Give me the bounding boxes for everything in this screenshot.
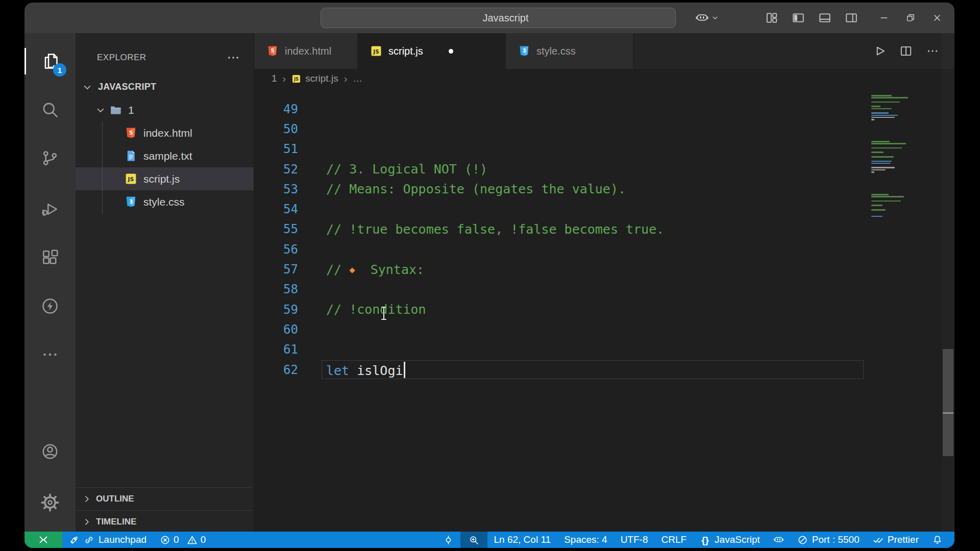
- status-label: Port : 5500: [812, 534, 860, 545]
- back-arrow-icon[interactable]: [259, 8, 276, 28]
- minimize-icon: [879, 13, 889, 23]
- braces-icon: {}: [700, 535, 710, 545]
- status-indentation[interactable]: Spaces: 4: [557, 532, 614, 548]
- status-language-mode[interactable]: {}JavaScript: [693, 532, 767, 548]
- scrollbar-thumb[interactable]: [943, 349, 953, 456]
- activity-settings[interactable]: [24, 484, 76, 521]
- code-line-55[interactable]: 55// !true becomes false, !false becomes…: [254, 219, 868, 239]
- line-number[interactable]: 50: [254, 122, 298, 136]
- code-line-52[interactable]: 52// 3. Logical NOT (!): [254, 159, 868, 179]
- explorer-more-icon[interactable]: [226, 51, 240, 65]
- minimap[interactable]: [868, 33, 942, 532]
- activity-extensions[interactable]: [24, 239, 76, 276]
- restore-button[interactable]: [897, 3, 924, 33]
- chev-right-icon: [82, 517, 92, 527]
- forward-arrow-icon[interactable]: [287, 8, 303, 28]
- line-number[interactable]: 57: [254, 262, 298, 277]
- status-launchpad[interactable]: Launchpad: [62, 532, 153, 548]
- line-number[interactable]: 51: [254, 142, 298, 156]
- minimap-line: [871, 201, 901, 202]
- activity-more-views[interactable]: [24, 336, 76, 373]
- toggle-primary-sidebar-button[interactable]: [785, 3, 812, 33]
- activity-live-server[interactable]: [24, 288, 76, 324]
- activity-search[interactable]: [24, 91, 76, 128]
- status-label: UTF-8: [621, 534, 648, 545]
- tree-item-label: 1: [128, 104, 134, 116]
- breadcrumb-item[interactable]: …: [353, 73, 362, 84]
- customize-layout-button[interactable]: [758, 3, 785, 33]
- status-notifications[interactable]: [925, 532, 949, 548]
- status-zoom[interactable]: [460, 532, 487, 548]
- line-number[interactable]: 54: [254, 202, 298, 216]
- restore-icon: [905, 13, 916, 23]
- status-end-of-line[interactable]: CRLF: [654, 532, 693, 548]
- tree-root[interactable]: JAVASCRIPT: [76, 76, 254, 98]
- line-number[interactable]: 58: [254, 282, 298, 296]
- activity-accounts[interactable]: [24, 433, 76, 470]
- status-problems[interactable]: 00: [153, 532, 212, 548]
- code-line-59[interactable]: 59// !condition: [254, 299, 868, 319]
- code-line-51[interactable]: 51: [254, 139, 868, 159]
- status-live-server-port[interactable]: Port : 5500: [791, 532, 866, 548]
- code-line-54[interactable]: 54: [254, 199, 868, 219]
- code-line-58[interactable]: 58: [254, 280, 868, 299]
- css-icon: 3: [125, 195, 137, 208]
- status-cursor-position[interactable]: Ln 62, Col 11: [487, 532, 558, 548]
- section-outline[interactable]: OUTLINE: [76, 487, 254, 510]
- copilot-button[interactable]: [695, 11, 719, 25]
- tree-item-1[interactable]: 1: [76, 98, 254, 121]
- minimap-line: [871, 167, 895, 168]
- status-copilot-status[interactable]: [767, 532, 791, 548]
- line-number[interactable]: 53: [254, 182, 298, 196]
- line-number[interactable]: 61: [254, 342, 298, 357]
- line-number[interactable]: 55: [254, 222, 298, 236]
- svg-text:3: 3: [523, 48, 526, 54]
- toggle-panel-button[interactable]: [812, 3, 838, 33]
- close-button[interactable]: [924, 3, 950, 33]
- line-number[interactable]: 52: [254, 162, 298, 177]
- tab-style-css[interactable]: 3style.css: [506, 33, 633, 69]
- chev-down-icon: [82, 82, 93, 93]
- activity-explorer[interactable]: 1: [24, 43, 76, 80]
- line-number[interactable]: 62: [254, 363, 298, 377]
- code-token-cm: //: [326, 262, 349, 277]
- tab-script-js[interactable]: JSscript.js: [358, 33, 506, 69]
- code-line-49[interactable]: 49: [254, 99, 868, 119]
- breadcrumb-item[interactable]: 1: [272, 73, 277, 84]
- section-timeline[interactable]: TIMELINE: [76, 510, 254, 533]
- tab-bar: 5index.htmlJSscript.js3style.css: [254, 33, 954, 69]
- status-screencast[interactable]: [436, 532, 460, 548]
- command-center-search[interactable]: Javascript: [321, 8, 676, 28]
- line-number[interactable]: 56: [254, 242, 298, 257]
- svg-text:5: 5: [129, 130, 133, 136]
- rocket-icon: [69, 535, 80, 545]
- line-number[interactable]: 60: [254, 322, 298, 337]
- minimap-line: [871, 156, 894, 158]
- code-line-61[interactable]: 61: [254, 340, 868, 360]
- status-prettier[interactable]: Prettier: [866, 532, 925, 548]
- code-line-62[interactable]: 62let islOgi: [254, 360, 868, 380]
- breadcrumb-item[interactable]: JSscript.js: [291, 73, 338, 84]
- line-number[interactable]: 59: [254, 303, 298, 317]
- code-line-56[interactable]: 56: [254, 239, 868, 259]
- toggle-secondary-sidebar-button[interactable]: [838, 3, 865, 33]
- code-line-60[interactable]: 60: [254, 319, 868, 339]
- code-area[interactable]: 49505152// 3. Logical NOT (!)53// Means:…: [254, 88, 868, 532]
- status-remote[interactable]: [24, 532, 62, 548]
- code-line-57[interactable]: 57// ◆ Syntax:: [254, 259, 868, 279]
- minimize-button[interactable]: [871, 3, 897, 33]
- chev-right-icon: [82, 494, 92, 504]
- explorer-header: EXPLORER: [76, 47, 254, 68]
- line-number[interactable]: 49: [254, 102, 298, 116]
- code-line-50[interactable]: 50: [254, 119, 868, 139]
- activity-source-control[interactable]: [24, 140, 76, 177]
- tab-index-html[interactable]: 5index.html: [254, 33, 358, 69]
- code-token-id: islOgi: [349, 363, 403, 378]
- menu-icon[interactable]: [70, 11, 86, 25]
- code-line-53[interactable]: 53// Means: Opposite (negates the value)…: [254, 179, 868, 199]
- copilot-icon: [695, 11, 709, 25]
- status-right: Ln 62, Col 11Spaces: 4UTF-8CRLF{}JavaScr…: [436, 532, 954, 548]
- activity-run-and-debug[interactable]: [24, 191, 76, 228]
- status-encoding[interactable]: UTF-8: [614, 532, 655, 548]
- status-label: Launchpad: [99, 534, 146, 545]
